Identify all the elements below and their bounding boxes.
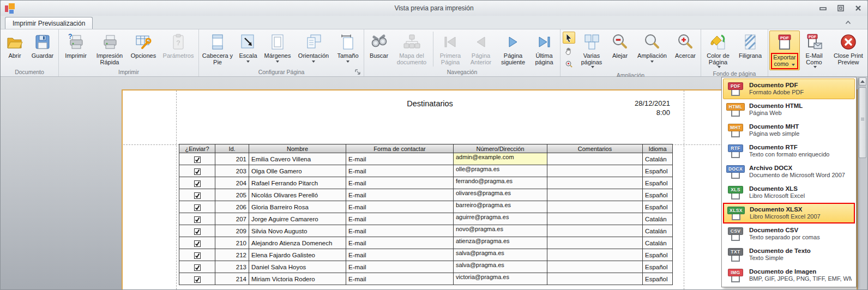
file-type-icon: HTML: [726, 103, 745, 117]
column-header-0: ¿Enviar?: [179, 144, 215, 153]
cell-id: 209: [215, 225, 249, 237]
dialog-launcher-button[interactable]: [354, 69, 361, 75]
table-row: 204Rafael Ferrando PitarchE-mailferrando…: [179, 177, 673, 189]
imprimir-button[interactable]: ? Imprimir: [60, 31, 92, 60]
titlebar: Vista previa para impresión: [1, 1, 867, 16]
page-outline-icon: [731, 152, 740, 158]
guardar-button[interactable]: Guardar: [28, 31, 57, 60]
buscar-button[interactable]: Buscar: [365, 31, 393, 60]
color-de-pagina-button[interactable]: Color de Página: [702, 31, 734, 69]
scrollbar-thumb[interactable]: [859, 87, 866, 158]
orientacion-button[interactable]: Orientación: [294, 31, 333, 64]
impresion-rapida-button[interactable]: Impresión Rápida: [92, 31, 128, 67]
header-footer-icon: [208, 33, 227, 51]
cell-direccion: olle@pragma.es: [454, 165, 547, 177]
cell-nombre: Alejandro Atienza Domenech: [249, 237, 346, 249]
alejar-button[interactable]: Alejar: [607, 31, 633, 60]
scroll-up-button[interactable]: [859, 77, 866, 86]
export-menu-item-rtf[interactable]: RTFDocumento RTFTexto con formato enriqu…: [723, 141, 855, 161]
cell-direccion: novo@pragma.es: [454, 225, 547, 237]
export-menu-item-csv[interactable]: CSVDocumento CSVTexto separado por comas: [723, 223, 855, 244]
column-header-6: Idioma: [643, 144, 673, 153]
ultima-pagina-button[interactable]: Última página: [529, 31, 559, 67]
restore-button[interactable]: [836, 4, 845, 11]
export-menu-item-img[interactable]: IMGDocumento de ImagenBMP, GIF, JPEG, PN…: [723, 265, 855, 286]
tab-imprimir-previsualizacion[interactable]: Imprimir Previsualización: [5, 17, 93, 29]
cell-enviar: [179, 165, 215, 177]
svg-text:?: ?: [176, 39, 180, 47]
dropdown-caret: [312, 61, 315, 63]
cell-direccion: admin@example.com: [454, 153, 547, 165]
opciones-button[interactable]: Opciones: [128, 31, 159, 60]
minimize-button[interactable]: [819, 4, 827, 11]
cell-direccion: barreiro@pragma.es: [454, 201, 547, 213]
chevron-up-icon: [845, 20, 851, 25]
group-exportar: PDF Exportar como PDF E-Mail Como Close …: [768, 29, 868, 76]
filigrana-button[interactable]: Filigrana: [734, 31, 767, 60]
vertical-scrollbar[interactable]: [858, 77, 867, 289]
ribbon-tab-row: Imprimir Previsualización: [1, 16, 867, 29]
menu-item-subtitle: Texto con formato enriquecido: [749, 151, 829, 159]
abrir-button[interactable]: Abrir: [2, 31, 28, 60]
cell-idioma: Catalán: [643, 237, 673, 249]
cell-enviar: [179, 249, 215, 261]
export-menu-item-mht[interactable]: MHTDocumento MHTPágina web simple: [723, 120, 855, 141]
file-type-icon: MHT: [726, 124, 745, 137]
cell-forma: E-mail: [346, 189, 454, 201]
page-outline-icon: [731, 111, 740, 117]
table-row: 207Jorge Aguirre CamareroE-mailaguirre@p…: [179, 213, 673, 225]
cell-enviar: [179, 201, 215, 213]
email-como-button[interactable]: PDF E-Mail Como: [800, 31, 828, 69]
cell-enviar: [179, 273, 215, 285]
cell-forma: E-mail: [346, 213, 454, 225]
column-header-2: Nombre: [249, 144, 346, 153]
zoom-tool-button[interactable]: [563, 58, 575, 70]
close-print-preview-button[interactable]: Close Print Preview: [828, 31, 868, 67]
cell-nombre: Miriam Victoria Rodero: [249, 273, 346, 285]
page-outline-icon: [731, 276, 740, 282]
cell-comentarios: [547, 189, 643, 201]
options-icon: [134, 33, 153, 51]
cell-direccion: salva@pragma.es: [454, 261, 547, 273]
margenes-button[interactable]: Márgenes: [261, 31, 294, 64]
menu-item-title: Documento PDF: [749, 81, 804, 89]
cell-forma: E-mail: [346, 225, 454, 237]
export-menu-item-txt[interactable]: TXTDocumento de TextoTexto Simple: [723, 244, 855, 265]
file-type-icon: RTF: [726, 144, 745, 158]
cell-direccion: olivares@pragma.es: [454, 189, 547, 201]
pagina-siguiente-button[interactable]: Página siguiente: [497, 31, 529, 67]
ampliacion-button[interactable]: Ampliación: [633, 31, 671, 64]
page-outline-icon: [731, 194, 740, 200]
exportar-como-button[interactable]: PDF Exportar como: [769, 31, 800, 70]
checkbox-checked: [194, 264, 201, 271]
page-color-icon: [709, 33, 727, 51]
hand-tool-button[interactable]: [563, 45, 575, 57]
table-header-row: ¿Enviar?Id.NombreForma de contactarNúmer…: [179, 144, 673, 153]
export-menu-item-pdf[interactable]: PDFDocumento PDFFormato Adobe PDF: [723, 78, 855, 99]
pointer-tool-button[interactable]: [563, 32, 575, 44]
file-type-icon: XLSX: [727, 207, 745, 220]
cell-forma: E-mail: [346, 165, 454, 177]
group-label-imprimir: Imprimir: [60, 68, 197, 76]
export-menu-item-docx[interactable]: DOCXArchivo DOCXDocumento de Microsoft W…: [723, 161, 855, 182]
export-menu-item-xlsx[interactable]: XLSXDocumento XLSXLibro Microsoft Excel …: [723, 203, 855, 223]
export-menu-item-html[interactable]: HTMLDocumento HTMLPágina Web: [723, 99, 855, 120]
cabecera-y-pie-button[interactable]: Cabecera y Pie: [200, 31, 235, 67]
close-button[interactable]: [854, 4, 862, 11]
cell-comentarios: [547, 213, 643, 225]
varias-paginas-button[interactable]: Varias páginas: [576, 31, 607, 69]
page-outline-icon: [731, 256, 740, 262]
tamano-button[interactable]: Tamaño: [333, 31, 363, 64]
export-menu-item-xls[interactable]: XLSDocumento XLSLibro Microsoft Excel: [723, 182, 855, 203]
hand-icon: [565, 47, 573, 55]
checkbox-checked: [194, 240, 201, 247]
acercar-button[interactable]: Acercar: [671, 31, 700, 60]
escala-button[interactable]: Escala: [235, 31, 261, 64]
column-header-3: Forma de contactar: [346, 144, 454, 153]
checkbox-checked: [194, 156, 201, 163]
cell-direccion: salva@pragma.es: [454, 249, 547, 261]
report-date: 28/12/2021: [635, 99, 670, 108]
menu-item-title: Documento de Imagen: [749, 268, 852, 275]
collapse-ribbon-button[interactable]: [843, 19, 852, 26]
cell-direccion: ferrando@pragma.es: [454, 177, 547, 189]
